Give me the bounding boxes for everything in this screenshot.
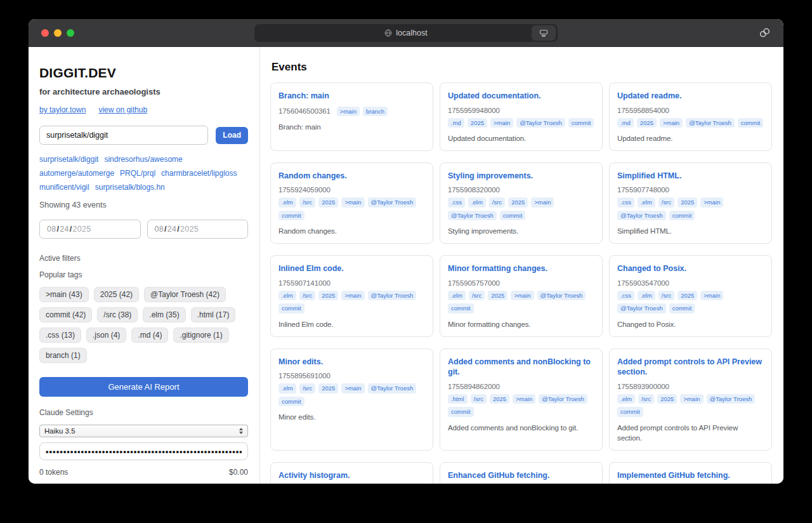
- event-title-link[interactable]: Enhanced GitHub fetching.: [448, 470, 594, 481]
- event-tag-pill[interactable]: commit: [669, 211, 695, 220]
- event-tag-pill[interactable]: @Taylor Troesh: [368, 291, 417, 300]
- link-chain-icon[interactable]: [755, 19, 775, 46]
- event-tag-pill[interactable]: /src: [658, 197, 674, 207]
- event-tag-pill[interactable]: >main: [700, 197, 723, 207]
- repo-suggestion-link[interactable]: PRQL/prql: [120, 168, 155, 179]
- close-window-button[interactable]: [41, 29, 49, 37]
- event-tag-pill[interactable]: .css: [448, 197, 465, 207]
- repo-suggestion-link[interactable]: charmbracelet/lipgloss: [161, 168, 237, 179]
- event-title-link[interactable]: Implemented GitHub fetching.: [617, 470, 764, 481]
- event-tag-pill[interactable]: >main: [531, 197, 554, 207]
- popular-tag-chip[interactable]: .json (4): [86, 328, 126, 343]
- event-tag-pill[interactable]: commit: [448, 303, 474, 313]
- load-button[interactable]: Load: [216, 127, 248, 144]
- event-tag-pill[interactable]: >main: [337, 107, 360, 116]
- popular-tag-chip[interactable]: 2025 (42): [94, 287, 139, 302]
- event-tag-pill[interactable]: commit: [278, 211, 304, 220]
- popular-tag-chip[interactable]: .gitignore (1): [173, 328, 228, 343]
- repo-suggestion-link[interactable]: munificent/vigil: [39, 182, 89, 193]
- popular-tag-chip[interactable]: /src (38): [97, 307, 138, 322]
- popular-tag-chip[interactable]: commit (42): [39, 307, 92, 322]
- zoom-window-button[interactable]: [67, 29, 74, 37]
- event-tag-pill[interactable]: @Taylor Troesh: [617, 303, 666, 313]
- repo-suggestion-link[interactable]: surprisetalk/blogs.hn: [95, 182, 165, 193]
- repo-suggestion-link[interactable]: surprisetalk/diggit: [39, 154, 98, 165]
- event-tag-pill[interactable]: /src: [489, 197, 505, 207]
- display-icon[interactable]: [532, 25, 556, 41]
- event-tag-pill[interactable]: 2025: [508, 197, 528, 207]
- event-tag-pill[interactable]: 2025: [678, 197, 697, 207]
- event-tag-pill[interactable]: @Taylor Troesh: [516, 118, 565, 128]
- event-tag-pill[interactable]: /src: [638, 394, 654, 404]
- event-tag-pill[interactable]: >main: [513, 394, 535, 404]
- event-tag-pill[interactable]: .html: [448, 394, 468, 404]
- popular-tag-chip[interactable]: .css (13): [39, 328, 81, 343]
- event-title-link[interactable]: Branch: main: [278, 91, 425, 102]
- popular-tag-chip[interactable]: .md (4): [131, 328, 168, 343]
- event-tag-pill[interactable]: @Taylor Troesh: [448, 211, 497, 220]
- event-tag-pill[interactable]: .css: [617, 291, 634, 300]
- event-tag-pill[interactable]: >main: [341, 383, 364, 393]
- event-tag-pill[interactable]: >main: [660, 118, 683, 128]
- event-tag-pill[interactable]: /src: [299, 291, 315, 300]
- event-tag-pill[interactable]: >main: [341, 291, 364, 300]
- event-tag-pill[interactable]: @Taylor Troesh: [539, 394, 587, 404]
- repo-suggestion-link[interactable]: automerge/automerge: [39, 168, 114, 179]
- popular-tag-chip[interactable]: >main (43): [39, 287, 89, 302]
- popular-tag-chip[interactable]: @Taylor Troesh (42): [144, 287, 226, 302]
- event-tag-pill[interactable]: 2025: [637, 118, 657, 128]
- model-select[interactable]: Haiku 3.5: [39, 425, 248, 437]
- event-tag-pill[interactable]: @Taylor Troesh: [537, 291, 586, 300]
- event-tag-pill[interactable]: .css: [617, 197, 634, 207]
- date-from-input[interactable]: 08/24/2025: [39, 220, 141, 239]
- event-tag-pill[interactable]: /src: [471, 394, 487, 404]
- minimize-window-button[interactable]: [54, 29, 62, 37]
- popular-tag-chip[interactable]: branch (1): [39, 348, 87, 363]
- event-tag-pill[interactable]: /src: [299, 197, 315, 207]
- event-tag-pill[interactable]: commit: [568, 118, 594, 128]
- event-tag-pill[interactable]: >main: [700, 291, 723, 300]
- github-link[interactable]: view on github: [98, 105, 147, 114]
- event-title-link[interactable]: Minor edits.: [278, 357, 425, 367]
- event-title-link[interactable]: Simplified HTML.: [617, 171, 764, 182]
- event-tag-pill[interactable]: >main: [490, 118, 513, 128]
- event-tag-pill[interactable]: .elm: [617, 394, 635, 404]
- repo-suggestion-link[interactable]: sindresorhus/awesome: [104, 154, 182, 165]
- event-tag-pill[interactable]: commit: [738, 118, 764, 128]
- event-title-link[interactable]: Activity histogram.: [278, 470, 425, 481]
- event-tag-pill[interactable]: 2025: [488, 291, 508, 300]
- event-title-link[interactable]: Random changes.: [278, 171, 425, 182]
- event-tag-pill[interactable]: .md: [617, 118, 634, 128]
- repo-input[interactable]: [39, 126, 208, 145]
- event-title-link[interactable]: Added comments and nonBlocking to git.: [448, 357, 594, 378]
- date-to-input[interactable]: 08/24/2025: [147, 220, 249, 239]
- popular-tag-chip[interactable]: .html (17): [191, 307, 236, 322]
- generate-ai-report-button[interactable]: Generate AI Report: [39, 377, 248, 397]
- event-tag-pill[interactable]: @Taylor Troesh: [368, 197, 417, 207]
- event-tag-pill[interactable]: @Taylor Troesh: [686, 118, 735, 128]
- event-tag-pill[interactable]: 2025: [318, 383, 338, 393]
- event-tag-pill[interactable]: 2025: [318, 291, 338, 300]
- event-tag-pill[interactable]: >main: [341, 197, 364, 207]
- event-tag-pill[interactable]: /src: [658, 291, 674, 300]
- event-tag-pill[interactable]: 2025: [490, 394, 509, 404]
- event-tag-pill[interactable]: commit: [278, 397, 304, 406]
- event-tag-pill[interactable]: .elm: [278, 197, 296, 207]
- event-title-link[interactable]: Added prompt controls to API Preview sec…: [617, 357, 764, 378]
- event-tag-pill[interactable]: >main: [511, 291, 534, 300]
- event-tag-pill[interactable]: .elm: [638, 197, 655, 207]
- event-tag-pill[interactable]: commit: [617, 407, 643, 416]
- event-title-link[interactable]: Minor formatting changes.: [448, 263, 594, 274]
- address-bar[interactable]: localhost: [254, 24, 558, 42]
- event-title-link[interactable]: Inlined Elm code.: [278, 263, 425, 274]
- event-tag-pill[interactable]: @Taylor Troesh: [707, 394, 756, 404]
- event-tag-pill[interactable]: /src: [299, 383, 315, 393]
- event-tag-pill[interactable]: @Taylor Troesh: [368, 383, 417, 393]
- event-tag-pill[interactable]: /src: [469, 291, 485, 300]
- event-tag-pill[interactable]: commit: [500, 211, 526, 220]
- event-tag-pill[interactable]: @Taylor Troesh: [617, 211, 666, 220]
- event-tag-pill[interactable]: .elm: [448, 291, 466, 300]
- event-title-link[interactable]: Styling improvements.: [448, 171, 594, 182]
- event-tag-pill[interactable]: 2025: [678, 291, 697, 300]
- event-tag-pill[interactable]: commit: [278, 303, 304, 313]
